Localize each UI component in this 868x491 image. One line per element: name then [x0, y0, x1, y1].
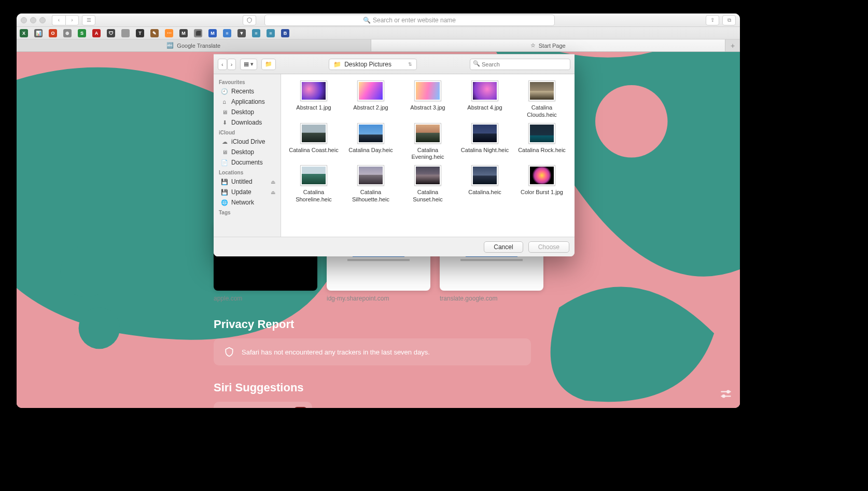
file-item[interactable]: Catalina Rock.heic	[514, 123, 569, 161]
new-tab-button[interactable]: +	[725, 39, 740, 51]
favorite-icon[interactable]: X	[20, 29, 28, 37]
sidebar-item[interactable]: ☁iCloud Drive	[214, 137, 281, 147]
sidebar-button[interactable]: ☰	[82, 15, 95, 25]
favorite-icon[interactable]: ≡	[252, 29, 260, 37]
sidebar-item[interactable]: ⬇Downloads	[214, 117, 281, 128]
svg-point-7	[723, 395, 725, 397]
sidebar-item-icon: 💾	[221, 189, 228, 196]
privacy-report-card[interactable]: Safari has not encountered any trackers …	[214, 338, 531, 365]
view-mode-button[interactable]: ▦ ▾	[240, 59, 257, 70]
sidebar-item[interactable]: 🌐Network	[214, 197, 281, 208]
tabs-button[interactable]: ⧉	[722, 15, 736, 25]
sidebar-item-icon: 🖥	[221, 149, 228, 155]
file-item[interactable]: Catalina Shoreline.heic	[286, 165, 341, 203]
sidebar-item-label: iCloud Drive	[231, 138, 265, 145]
file-thumbnail	[471, 165, 498, 186]
favorite-icon[interactable]: O	[49, 29, 57, 37]
file-thumbnail	[357, 80, 384, 101]
favorite-icon[interactable]: 📊	[34, 29, 43, 37]
file-grid-area[interactable]: Abstract 1.jpgAbstract 2.jpgAbstract 3.j…	[281, 74, 575, 237]
file-item[interactable]: Color Burst 1.jpg	[514, 165, 569, 203]
file-thumbnail	[528, 123, 555, 144]
favorite-icon[interactable]: ⬛	[194, 29, 202, 37]
tab-google-translate[interactable]: 🔤 Google Translate	[17, 39, 371, 51]
sidebar-item[interactable]: 💾Untitled⏏	[214, 176, 281, 187]
back-forward-group: ‹ ›	[52, 15, 79, 25]
favorite-icon[interactable]: B	[281, 29, 289, 37]
favorite-icon[interactable]: ▼	[237, 29, 246, 37]
startpage-settings-button[interactable]	[719, 387, 733, 401]
file-item[interactable]: Catalina Sunset.heic	[400, 165, 455, 203]
file-name: Catalina Coast.heic	[289, 147, 338, 154]
star-icon: ☆	[530, 42, 536, 49]
siri-suggestions-title: Siri Suggestions	[214, 381, 740, 394]
file-name: Abstract 2.jpg	[353, 104, 388, 112]
dialog-back-button[interactable]: ‹	[218, 59, 227, 70]
sidebar-item[interactable]: 🖥Desktop	[214, 147, 281, 157]
sidebar-item[interactable]: 🖥Desktop	[214, 107, 281, 117]
favorite-icon[interactable]: ⋯	[165, 29, 173, 37]
dialog-forward-button[interactable]: ›	[227, 59, 236, 70]
tab-label: Google Translate	[177, 43, 220, 49]
back-button[interactable]: ‹	[52, 15, 65, 25]
group-button[interactable]: 📁	[261, 59, 276, 70]
favorite-icon[interactable]	[121, 29, 130, 37]
file-item[interactable]: Catalina.heic	[457, 165, 512, 203]
file-item[interactable]: Catalina Night.heic	[457, 123, 512, 161]
sidebar-item-label: Untitled	[231, 178, 253, 185]
zoom-icon[interactable]	[39, 17, 46, 23]
folder-selector[interactable]: 📁 Desktop Pictures ⇅	[329, 59, 417, 70]
file-item[interactable]: Abstract 4.jpg	[457, 80, 512, 119]
favorite-icon[interactable]: ≡	[223, 29, 231, 37]
choose-button[interactable]: Choose	[528, 241, 569, 253]
file-thumbnail	[300, 80, 327, 101]
file-item[interactable]: Catalina Silhouette.heic	[343, 165, 398, 203]
file-item[interactable]: Abstract 3.jpg	[400, 80, 455, 119]
eject-icon[interactable]: ⏏	[271, 179, 275, 185]
sidebar-item[interactable]: ⩍Applications	[214, 97, 281, 107]
sidebar-item-label: Documents	[231, 159, 263, 166]
sidebar-item[interactable]: 📄Documents	[214, 157, 281, 168]
cancel-button[interactable]: Cancel	[484, 241, 523, 253]
file-name: Abstract 4.jpg	[467, 104, 502, 112]
privacy-shield-button[interactable]	[243, 15, 256, 25]
file-name: Catalina Night.heic	[461, 147, 509, 154]
sidebar-item[interactable]: 🕘Recents	[214, 86, 281, 97]
tab-start-page[interactable]: ☆ Start Page	[371, 39, 726, 51]
forward-button[interactable]: ›	[65, 15, 79, 25]
favorite-icon[interactable]: S	[78, 29, 86, 37]
favorite-icon[interactable]: M	[179, 29, 188, 37]
site-label: idg-my.sharepoint.com	[327, 295, 430, 302]
file-item[interactable]: Catalina Day.heic	[343, 123, 398, 161]
file-item[interactable]: Abstract 2.jpg	[343, 80, 398, 119]
search-input[interactable]	[470, 59, 570, 70]
privacy-text: Safari has not encountered any trackers …	[242, 348, 430, 356]
file-item[interactable]: Catalina Evening.heic	[400, 123, 455, 161]
favorite-icon[interactable]: ✎	[150, 29, 159, 37]
favorite-icon[interactable]: 🛡	[107, 29, 115, 37]
sidebar-item[interactable]: 💾Update⏏	[214, 187, 281, 197]
eject-icon[interactable]: ⏏	[271, 189, 275, 195]
file-thumbnail	[471, 123, 498, 144]
favorite-icon[interactable]: M	[208, 29, 217, 37]
file-item[interactable]: Catalina Clouds.heic	[514, 80, 569, 119]
favorite-icon[interactable]: ⊕	[63, 29, 72, 37]
file-thumbnail	[414, 165, 441, 186]
sidebar-item-icon: 📄	[221, 159, 228, 166]
close-icon[interactable]	[21, 17, 27, 23]
file-thumbnail	[414, 80, 441, 101]
file-item[interactable]: Abstract 1.jpg	[286, 80, 341, 119]
share-button[interactable]: ⇪	[706, 15, 719, 25]
file-thumbnail	[357, 123, 384, 144]
sidebar-item-icon: 🖥	[221, 109, 228, 115]
sidebar-item-label: Desktop	[231, 108, 254, 116]
siri-suggestion-card[interactable]: Apple Acquired Canadian Machine Le...	[214, 402, 312, 408]
favorite-icon[interactable]: T	[136, 29, 144, 37]
favorite-icon[interactable]: ≡	[267, 29, 275, 37]
favorite-icon[interactable]: A	[92, 29, 101, 37]
file-thumbnail	[528, 165, 555, 186]
chevron-updown-icon: ⇅	[408, 62, 412, 67]
file-item[interactable]: Catalina Coast.heic	[286, 123, 341, 161]
minimize-icon[interactable]	[30, 17, 36, 23]
address-bar[interactable]: 🔍 Search or enter website name	[264, 15, 555, 26]
